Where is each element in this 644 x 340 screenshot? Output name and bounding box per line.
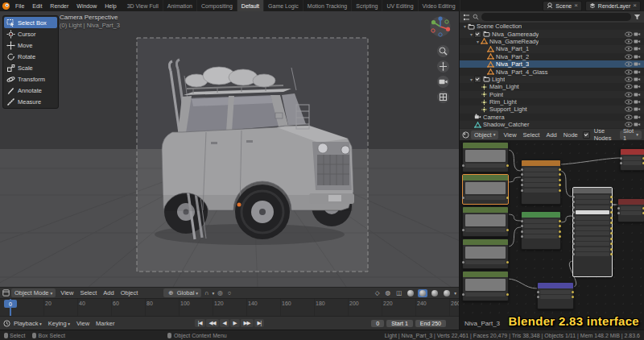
menu-file[interactable]: File: [11, 3, 28, 9]
timeline-menu-marker[interactable]: Marker: [93, 320, 118, 327]
shader-menu-node[interactable]: Node: [560, 131, 581, 139]
playhead[interactable]: 0: [10, 299, 11, 317]
shader-editor-icon[interactable]: [462, 131, 469, 139]
shader-node[interactable]: [572, 187, 613, 277]
camera-small-icon[interactable]: [633, 106, 642, 112]
tool-transform[interactable]: Transform: [4, 73, 57, 85]
collection-checkbox[interactable]: [474, 31, 481, 38]
node-row[interactable]: [524, 234, 558, 238]
outliner-row-camera[interactable]: Camera: [460, 114, 644, 121]
output-socket[interactable]: [610, 196, 613, 198]
jump-start-button[interactable]: |◀: [195, 319, 205, 327]
node-row[interactable]: [576, 252, 609, 256]
tool-rotate[interactable]: Rotate: [4, 51, 57, 62]
tool-move[interactable]: Move: [4, 39, 57, 51]
scene-selector[interactable]: Scene ×: [543, 1, 582, 11]
node-row[interactable]: [576, 221, 609, 225]
input-socket[interactable]: [462, 293, 464, 296]
shader-type-dropdown[interactable]: Object ▾: [471, 131, 498, 139]
outliner-row-light[interactable]: ▾Light: [460, 76, 644, 83]
node-row[interactable]: [465, 196, 506, 200]
output-socket[interactable]: [559, 189, 561, 192]
workspace-tab-compositing[interactable]: Compositing: [197, 0, 237, 11]
viewport-scene[interactable]: [0, 11, 459, 287]
input-socket[interactable]: [572, 253, 575, 255]
input-socket[interactable]: [620, 162, 622, 164]
camera-small-icon[interactable]: [633, 77, 642, 82]
orientation-dropdown[interactable]: ⊕ Global ▾: [163, 288, 201, 297]
shader-node[interactable]: [537, 282, 574, 309]
input-socket[interactable]: [521, 230, 523, 233]
input-socket[interactable]: [521, 220, 523, 222]
zoom-icon[interactable]: [437, 45, 449, 57]
output-socket[interactable]: [559, 179, 561, 181]
disclosure-triangle[interactable]: ▾: [475, 39, 481, 44]
node-header[interactable]: [522, 160, 560, 166]
input-socket[interactable]: [572, 201, 575, 203]
input-socket[interactable]: [521, 168, 523, 171]
viewport-menu-add[interactable]: Add: [100, 289, 117, 296]
output-socket[interactable]: [559, 173, 561, 176]
timeline-editor-icon[interactable]: [3, 320, 10, 327]
viewport-menu-select[interactable]: Select: [76, 289, 100, 296]
frame-end-field[interactable]: End250: [415, 320, 446, 327]
input-socket[interactable]: [462, 261, 464, 263]
next-keyframe-button[interactable]: ▶▶: [241, 319, 254, 327]
node-row[interactable]: [524, 219, 558, 223]
node-header[interactable]: [463, 207, 508, 213]
node-header[interactable]: [618, 199, 644, 205]
shader-menu-view[interactable]: View: [500, 131, 519, 139]
node-row[interactable]: [524, 183, 558, 187]
menu-render[interactable]: Render: [46, 3, 72, 9]
outliner-row-main-light[interactable]: Main_Light: [460, 83, 644, 90]
shader-node[interactable]: [462, 206, 509, 237]
output-socket[interactable]: [610, 201, 613, 203]
eye-icon[interactable]: [624, 69, 633, 75]
input-socket[interactable]: [572, 227, 575, 230]
outliner-row-niva-gameready[interactable]: ▾Niva_Gameready: [460, 30, 644, 37]
node-row[interactable]: [623, 156, 642, 160]
output-socket[interactable]: [506, 261, 509, 263]
navigation-gizmo[interactable]: [429, 15, 452, 39]
node-row[interactable]: [540, 295, 571, 299]
disclosure-triangle[interactable]: ▾: [469, 31, 474, 37]
proportional-edit-icon[interactable]: ○: [226, 289, 233, 296]
node-row[interactable]: [576, 247, 609, 251]
node-header[interactable]: [538, 283, 573, 288]
viewport-menu-object[interactable]: Object: [118, 289, 142, 296]
input-socket[interactable]: [572, 211, 575, 214]
output-socket[interactable]: [559, 168, 561, 171]
disclosure-triangle[interactable]: ▾: [462, 23, 468, 29]
tool-scale[interactable]: Scale: [4, 62, 57, 73]
perspective-toggle-icon[interactable]: [437, 91, 449, 103]
tool-select-box[interactable]: Select Box: [4, 17, 57, 28]
outliner-row-niva-part-2[interactable]: Niva_Part_2: [460, 53, 644, 60]
node-header[interactable]: [463, 272, 508, 277]
menu-help[interactable]: Help: [101, 3, 120, 9]
eye-icon[interactable]: [624, 77, 633, 82]
camera-small-icon[interactable]: [633, 99, 642, 105]
camera-view-icon[interactable]: [437, 76, 449, 88]
node-header[interactable]: [522, 212, 560, 218]
node-row[interactable]: [524, 172, 558, 176]
node-header[interactable]: [463, 239, 508, 245]
snap-magnet-icon[interactable]: ∩: [203, 289, 210, 296]
input-socket[interactable]: [572, 206, 575, 209]
output-socket[interactable]: [610, 238, 613, 240]
input-socket[interactable]: [572, 217, 575, 219]
node-header[interactable]: [463, 143, 508, 148]
node-row[interactable]: [524, 178, 558, 182]
input-socket[interactable]: [521, 179, 523, 181]
workspace-tab-3d-view-full[interactable]: 3D View Full: [123, 0, 163, 11]
node-row[interactable]: [524, 168, 558, 172]
shader-node[interactable]: [462, 174, 509, 205]
output-socket[interactable]: [506, 197, 509, 199]
timeline-menu-keying[interactable]: Keying ▾: [45, 320, 73, 327]
output-socket[interactable]: [559, 184, 561, 186]
menu-edit[interactable]: Edit: [28, 3, 46, 9]
eye-icon[interactable]: [624, 46, 633, 52]
outliner-row-point[interactable]: Point: [460, 91, 644, 98]
mode-dropdown[interactable]: Object Mode ▾: [11, 288, 56, 297]
workspace-tab-game-logic[interactable]: Game Logic: [264, 0, 303, 11]
shader-node[interactable]: [521, 211, 561, 250]
